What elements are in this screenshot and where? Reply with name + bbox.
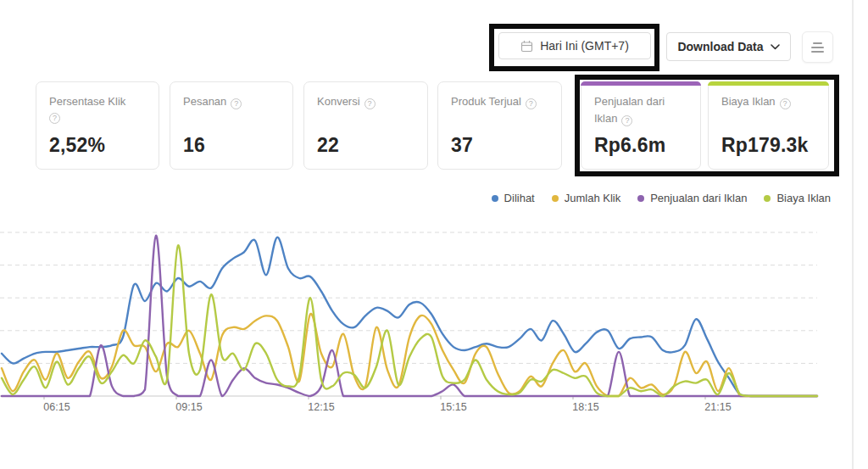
metric-value: 37 bbox=[451, 134, 548, 157]
chart-canvas: 06:1509:1512:1515:1518:1521:15 bbox=[0, 219, 856, 422]
svg-text:12:15: 12:15 bbox=[308, 401, 334, 413]
hamburger-icon bbox=[813, 42, 822, 44]
metric-label: Persentase Klik? bbox=[49, 93, 146, 124]
chart-legend: Dilihat Jumlah Klik Penjualan dari Iklan… bbox=[492, 192, 831, 204]
legend-label: Penjualan dari Iklan bbox=[650, 192, 747, 204]
ads-performance-dashboard: Hari Ini (GMT+7) Download Data Persentas… bbox=[0, 0, 868, 469]
metric-label: Biaya Iklan? bbox=[721, 93, 815, 110]
metric-value: Rp6.6m bbox=[594, 134, 687, 157]
line-chart: 06:1509:1512:1515:1518:1521:15 bbox=[0, 219, 856, 422]
legend-dot bbox=[637, 195, 644, 202]
legend-dot bbox=[764, 195, 771, 202]
legend-item-penjualan-dari-iklan[interactable]: Penjualan dari Iklan bbox=[637, 192, 747, 204]
page-edge-divider bbox=[852, 0, 854, 469]
help-icon[interactable]: ? bbox=[364, 98, 376, 109]
calendar-icon bbox=[520, 40, 533, 53]
metric-card-konversi[interactable]: Konversi? 22 bbox=[303, 81, 428, 170]
metric-card-biaya-iklan[interactable]: Biaya Iklan? Rp179.3k bbox=[708, 81, 829, 170]
svg-text:21:15: 21:15 bbox=[704, 401, 731, 413]
metric-label: Produk Terjual? bbox=[451, 93, 548, 110]
svg-text:06:15: 06:15 bbox=[43, 401, 70, 413]
help-icon[interactable]: ? bbox=[526, 98, 537, 109]
download-data-button[interactable]: Download Data bbox=[666, 32, 791, 61]
date-range-button[interactable]: Hari Ini (GMT+7) bbox=[498, 32, 651, 59]
metric-label: Konversi? bbox=[317, 93, 415, 110]
svg-text:09:15: 09:15 bbox=[175, 401, 202, 413]
svg-text:18:15: 18:15 bbox=[572, 401, 598, 413]
legend-item-biaya-iklan[interactable]: Biaya Iklan bbox=[764, 192, 831, 204]
metric-card-pesanan[interactable]: Pesanan? 16 bbox=[170, 81, 293, 170]
metric-label: Penjualan dari Iklan? bbox=[594, 93, 687, 126]
legend-item-dilihat[interactable]: Dilihat bbox=[492, 192, 535, 204]
legend-label: Dilihat bbox=[504, 192, 535, 204]
metric-card-produk-terjual[interactable]: Produk Terjual? 37 bbox=[437, 81, 562, 170]
svg-text:15:15: 15:15 bbox=[440, 401, 466, 413]
card-accent-bar bbox=[581, 81, 701, 86]
metric-value: Rp179.3k bbox=[721, 134, 815, 157]
metric-value: 16 bbox=[183, 134, 280, 157]
metric-value: 2,52% bbox=[49, 134, 146, 157]
chevron-down-icon bbox=[771, 44, 780, 50]
help-icon[interactable]: ? bbox=[780, 98, 791, 109]
legend-label: Biaya Iklan bbox=[776, 192, 831, 204]
download-data-label: Download Data bbox=[677, 40, 763, 53]
legend-label: Jumlah Klik bbox=[565, 192, 620, 204]
menu-button[interactable] bbox=[802, 31, 833, 63]
legend-item-jumlah-klik[interactable]: Jumlah Klik bbox=[552, 192, 620, 204]
help-icon[interactable]: ? bbox=[231, 98, 242, 109]
metric-value: 22 bbox=[317, 134, 415, 157]
metric-card-persentase-klik[interactable]: Persentase Klik? 2,52% bbox=[36, 81, 159, 170]
legend-dot bbox=[552, 195, 559, 202]
date-range-label: Hari Ini (GMT+7) bbox=[540, 39, 629, 53]
legend-dot bbox=[492, 195, 498, 202]
metric-card-penjualan-dari-iklan[interactable]: Penjualan dari Iklan? Rp6.6m bbox=[581, 81, 701, 170]
card-accent-bar bbox=[708, 81, 829, 86]
metric-label: Pesanan? bbox=[183, 93, 280, 110]
help-icon[interactable]: ? bbox=[49, 113, 60, 124]
help-icon[interactable]: ? bbox=[621, 115, 632, 126]
